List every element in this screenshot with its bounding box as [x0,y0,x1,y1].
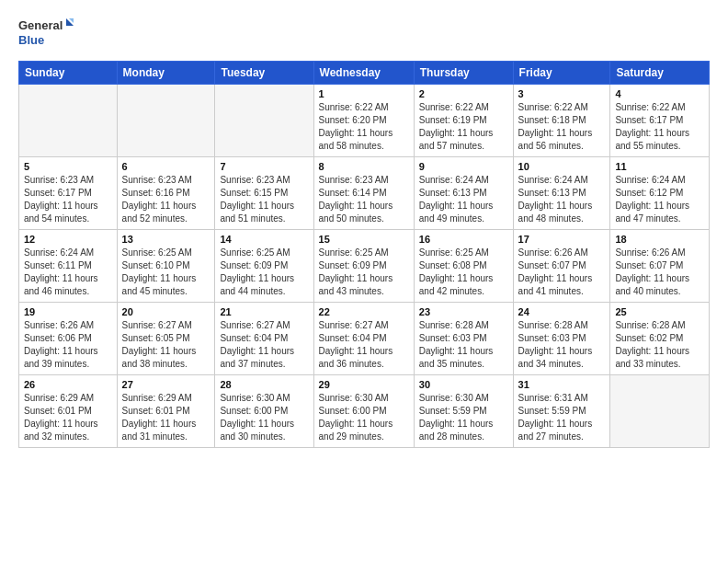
calendar-cell: 14Sunrise: 6:25 AMSunset: 6:09 PMDayligh… [215,230,313,303]
calendar-cell: 13Sunrise: 6:25 AMSunset: 6:10 PMDayligh… [117,230,215,303]
calendar-cell [117,85,215,157]
svg-text:Blue: Blue [18,33,44,47]
calendar-cell: 12Sunrise: 6:24 AMSunset: 6:11 PMDayligh… [19,230,118,303]
calendar-cell: 29Sunrise: 6:30 AMSunset: 6:00 PMDayligh… [313,375,414,448]
day-info: Sunrise: 6:26 AMSunset: 6:07 PMDaylight:… [518,247,606,298]
day-number: 18 [615,234,704,245]
calendar-header-thursday: Thursday [414,62,513,85]
logo: General Blue [18,15,74,52]
calendar-cell: 17Sunrise: 6:26 AMSunset: 6:07 PMDayligh… [513,230,610,303]
calendar-cell: 20Sunrise: 6:27 AMSunset: 6:05 PMDayligh… [117,303,215,375]
day-info: Sunrise: 6:28 AMSunset: 6:03 PMDaylight:… [419,319,508,371]
calendar-cell: 28Sunrise: 6:30 AMSunset: 6:00 PMDayligh… [215,375,313,448]
day-number: 17 [518,234,606,245]
day-number: 26 [24,379,112,390]
day-number: 4 [615,88,704,99]
calendar-cell: 31Sunrise: 6:31 AMSunset: 5:59 PMDayligh… [513,375,610,448]
day-info: Sunrise: 6:27 AMSunset: 6:04 PMDaylight:… [319,319,409,371]
calendar-cell: 16Sunrise: 6:25 AMSunset: 6:08 PMDayligh… [414,230,513,303]
calendar-week-row: 5Sunrise: 6:23 AMSunset: 6:17 PMDaylight… [19,157,710,230]
header: General Blue [18,15,710,52]
day-info: Sunrise: 6:30 AMSunset: 5:59 PMDaylight:… [419,392,508,443]
day-number: 21 [220,306,308,317]
day-info: Sunrise: 6:23 AMSunset: 6:15 PMDaylight:… [220,174,308,225]
calendar-cell: 4Sunrise: 6:22 AMSunset: 6:17 PMDaylight… [610,85,710,157]
day-info: Sunrise: 6:27 AMSunset: 6:04 PMDaylight:… [220,319,308,371]
day-info: Sunrise: 6:22 AMSunset: 6:17 PMDaylight:… [615,101,704,153]
calendar: SundayMondayTuesdayWednesdayThursdayFrid… [18,61,710,448]
calendar-week-row: 12Sunrise: 6:24 AMSunset: 6:11 PMDayligh… [19,230,710,303]
calendar-header-friday: Friday [513,62,610,85]
calendar-cell: 23Sunrise: 6:28 AMSunset: 6:03 PMDayligh… [414,303,513,375]
day-number: 24 [518,306,606,317]
calendar-cell: 1Sunrise: 6:22 AMSunset: 6:20 PMDaylight… [313,85,414,157]
day-info: Sunrise: 6:22 AMSunset: 6:19 PMDaylight:… [419,101,508,153]
day-number: 22 [319,306,409,317]
calendar-cell: 30Sunrise: 6:30 AMSunset: 5:59 PMDayligh… [414,375,513,448]
day-number: 2 [419,88,508,99]
calendar-cell [19,85,118,157]
day-number: 9 [419,161,508,172]
day-info: Sunrise: 6:26 AMSunset: 6:06 PMDaylight:… [24,319,112,371]
calendar-week-row: 19Sunrise: 6:26 AMSunset: 6:06 PMDayligh… [19,303,710,375]
calendar-cell [215,85,313,157]
day-number: 10 [518,161,606,172]
calendar-header-row: SundayMondayTuesdayWednesdayThursdayFrid… [19,62,710,85]
day-info: Sunrise: 6:29 AMSunset: 6:01 PMDaylight:… [122,392,210,443]
day-info: Sunrise: 6:22 AMSunset: 6:18 PMDaylight:… [518,101,606,153]
day-info: Sunrise: 6:23 AMSunset: 6:17 PMDaylight:… [24,174,112,225]
day-number: 28 [220,379,308,390]
day-number: 31 [518,379,606,390]
day-number: 1 [319,88,409,99]
calendar-cell: 9Sunrise: 6:24 AMSunset: 6:13 PMDaylight… [414,157,513,230]
day-info: Sunrise: 6:25 AMSunset: 6:09 PMDaylight:… [319,247,409,298]
day-number: 5 [24,161,112,172]
calendar-header-saturday: Saturday [610,62,710,85]
day-info: Sunrise: 6:25 AMSunset: 6:10 PMDaylight:… [122,247,210,298]
calendar-cell [610,375,710,448]
logo-svg: General Blue [18,15,74,52]
calendar-cell: 7Sunrise: 6:23 AMSunset: 6:15 PMDaylight… [215,157,313,230]
day-info: Sunrise: 6:25 AMSunset: 6:09 PMDaylight:… [220,247,308,298]
calendar-header-sunday: Sunday [19,62,118,85]
day-info: Sunrise: 6:23 AMSunset: 6:16 PMDaylight:… [122,174,210,225]
calendar-cell: 25Sunrise: 6:28 AMSunset: 6:02 PMDayligh… [610,303,710,375]
calendar-cell: 22Sunrise: 6:27 AMSunset: 6:04 PMDayligh… [313,303,414,375]
day-number: 20 [122,306,210,317]
calendar-cell: 27Sunrise: 6:29 AMSunset: 6:01 PMDayligh… [117,375,215,448]
day-number: 23 [419,306,508,317]
calendar-cell: 15Sunrise: 6:25 AMSunset: 6:09 PMDayligh… [313,230,414,303]
day-info: Sunrise: 6:28 AMSunset: 6:02 PMDaylight:… [615,319,704,371]
day-number: 29 [319,379,409,390]
day-info: Sunrise: 6:30 AMSunset: 6:00 PMDaylight:… [319,392,409,443]
calendar-header-wednesday: Wednesday [313,62,414,85]
day-number: 6 [122,161,210,172]
calendar-cell: 6Sunrise: 6:23 AMSunset: 6:16 PMDaylight… [117,157,215,230]
calendar-cell: 5Sunrise: 6:23 AMSunset: 6:17 PMDaylight… [19,157,118,230]
day-number: 16 [419,234,508,245]
day-number: 25 [615,306,704,317]
day-info: Sunrise: 6:27 AMSunset: 6:05 PMDaylight:… [122,319,210,371]
calendar-header-tuesday: Tuesday [215,62,313,85]
day-info: Sunrise: 6:30 AMSunset: 6:00 PMDaylight:… [220,392,308,443]
calendar-cell: 8Sunrise: 6:23 AMSunset: 6:14 PMDaylight… [313,157,414,230]
day-info: Sunrise: 6:26 AMSunset: 6:07 PMDaylight:… [615,247,704,298]
calendar-cell: 21Sunrise: 6:27 AMSunset: 6:04 PMDayligh… [215,303,313,375]
calendar-cell: 26Sunrise: 6:29 AMSunset: 6:01 PMDayligh… [19,375,118,448]
calendar-cell: 3Sunrise: 6:22 AMSunset: 6:18 PMDaylight… [513,85,610,157]
day-info: Sunrise: 6:24 AMSunset: 6:13 PMDaylight:… [518,174,606,225]
calendar-cell: 18Sunrise: 6:26 AMSunset: 6:07 PMDayligh… [610,230,710,303]
day-number: 15 [319,234,409,245]
calendar-week-row: 1Sunrise: 6:22 AMSunset: 6:20 PMDaylight… [19,85,710,157]
day-info: Sunrise: 6:25 AMSunset: 6:08 PMDaylight:… [419,247,508,298]
day-info: Sunrise: 6:31 AMSunset: 5:59 PMDaylight:… [518,392,606,443]
day-info: Sunrise: 6:28 AMSunset: 6:03 PMDaylight:… [518,319,606,371]
day-number: 30 [419,379,508,390]
day-number: 14 [220,234,308,245]
calendar-cell: 24Sunrise: 6:28 AMSunset: 6:03 PMDayligh… [513,303,610,375]
calendar-week-row: 26Sunrise: 6:29 AMSunset: 6:01 PMDayligh… [19,375,710,448]
calendar-cell: 2Sunrise: 6:22 AMSunset: 6:19 PMDaylight… [414,85,513,157]
day-info: Sunrise: 6:22 AMSunset: 6:20 PMDaylight:… [319,101,409,153]
day-number: 13 [122,234,210,245]
day-info: Sunrise: 6:24 AMSunset: 6:13 PMDaylight:… [419,174,508,225]
